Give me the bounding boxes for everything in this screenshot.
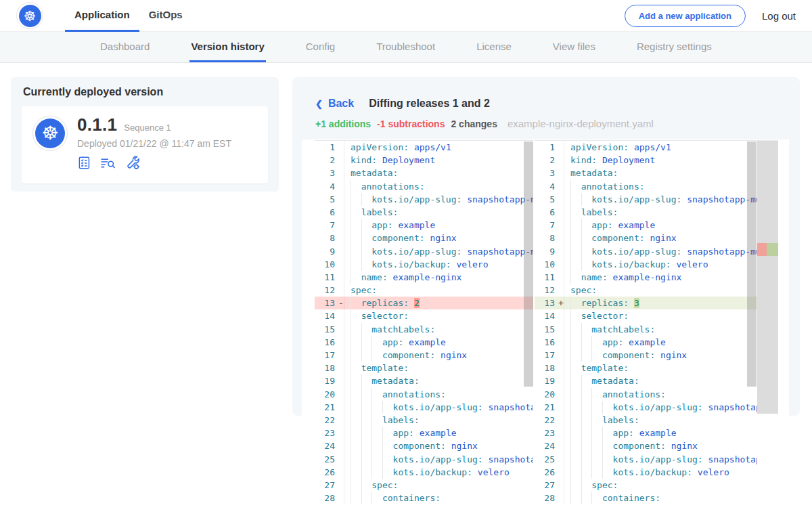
tab-gitops-label: GitOps (149, 9, 183, 20)
code-line-14: 14selector: (315, 309, 533, 322)
code-line-15: 15matchLabels: (315, 323, 533, 336)
code-line-6: 6labels: (535, 206, 757, 219)
wrench-gear-icon[interactable] (125, 155, 140, 170)
code-line-3: 3metadata: (535, 167, 757, 179)
code-line-5: 5kots.io/app-slug: snapshotapp-mu (535, 193, 757, 206)
code-line-20: 20annotations: (315, 388, 533, 401)
code-line-22: 22labels: (535, 414, 757, 427)
subnav-dashboard[interactable]: Dashboard (99, 32, 151, 62)
code-line-12: 12spec: (315, 284, 533, 297)
code-line-6: 6labels: (315, 206, 533, 219)
subnav-version-history[interactable]: Version history (189, 32, 265, 62)
version-actions (77, 155, 231, 170)
gutter-separator (564, 141, 564, 504)
code-line-10: 10kots.io/backup: velero (315, 258, 533, 271)
code-line-21: 21kots.io/app-slug: snapshotap (315, 401, 533, 414)
scrollbar-thumb-original[interactable] (524, 142, 533, 387)
subnav-view-files[interactable]: View files (551, 32, 597, 62)
ruler-addition-mark (767, 243, 778, 256)
diff-editor-original: 1apiVersion: apps/v12kind: Deployment3me… (315, 140, 533, 504)
diff-stats: +1 additions -1 subtractions 2 changes e… (315, 118, 800, 129)
code-line-24: 24component: nginx (535, 439, 757, 452)
kubernetes-logo[interactable]: ☸ (16, 2, 43, 29)
code-line-17: 17component: nginx (315, 349, 533, 362)
code-line-28: 28containers: (315, 492, 533, 504)
tab-application-label: Application (74, 9, 130, 20)
add-application-button[interactable]: Add a new application (625, 5, 746, 27)
code-line-4: 4annotations: (535, 180, 757, 193)
back-link[interactable]: ❮ Back (315, 98, 354, 110)
code-line-8: 8component: nginx (315, 232, 533, 244)
additions-count: +1 additions (315, 118, 371, 129)
code-line-5: 5kots.io/app-slug: snapshotapp-mu (315, 193, 533, 206)
logs-search-icon[interactable] (99, 156, 117, 170)
code-line-25: 25kots.io/app-slug: snapshotap (535, 453, 757, 466)
diff-editor-modified: 1apiVersion: apps/v12kind: Deployment3me… (535, 140, 778, 504)
back-label: Back (328, 98, 354, 110)
code-line-7: 7app: example (535, 219, 757, 232)
changes-count: 2 changes (451, 118, 497, 129)
subnav-license[interactable]: License (475, 32, 513, 62)
tab-gitops[interactable]: GitOps (139, 0, 192, 32)
code-line-26: 26kots.io/backup: velero (535, 466, 757, 479)
code-line-2: 2kind: Deployment (315, 154, 533, 167)
code-line-26: 26kots.io/backup: velero (315, 466, 533, 479)
code-line-18: 18template: (535, 362, 757, 374)
code-line-13: 13+replicas: 3 (535, 297, 757, 309)
code-lines-modified: 1apiVersion: apps/v12kind: Deployment3me… (535, 141, 757, 504)
code-line-19: 19metadata: (315, 374, 533, 387)
code-line-2: 2kind: Deployment (535, 154, 757, 167)
code-line-9: 9kots.io/app-slug: snapshotapp-mu (535, 245, 757, 258)
deployed-version-card: ☸ 0.1.1 Sequence 1 Deployed 01/21/22 @ 1… (22, 106, 268, 183)
subtractions-count: -1 subtractions (377, 118, 445, 129)
app-kubernetes-icon: ☸ (35, 118, 65, 148)
app-badge: ☸ (32, 116, 68, 151)
code-line-28: 28containers: (535, 492, 757, 504)
gutter-separator (344, 141, 344, 504)
subnav-config[interactable]: Config (304, 32, 336, 62)
scrollbar-thumb-modified[interactable] (747, 142, 757, 387)
kubernetes-logo-icon: ☸ (19, 5, 41, 27)
diff-title: Diffing releases 1 and 2 (369, 98, 490, 110)
code-line-25: 25kots.io/app-slug: snapshotap (315, 453, 533, 466)
code-line-18: 18template: (315, 362, 533, 374)
subnav-troubleshoot[interactable]: Troubleshoot (375, 32, 436, 62)
code-line-4: 4annotations: (315, 180, 533, 193)
code-line-16: 16app: example (535, 336, 757, 349)
ruler-deletion-mark (757, 243, 767, 256)
code-line-11: 11name: example-nginx (315, 271, 533, 284)
code-line-1: 1apiVersion: apps/v1 (315, 141, 533, 154)
diff-filename: example-nginx-deployment.yaml (508, 118, 654, 129)
code-line-23: 23app: example (535, 427, 757, 439)
code-line-12: 12spec: (535, 284, 757, 297)
version-number: 0.1.1 (77, 114, 117, 135)
code-line-13: 13-replicas: 2 (315, 297, 533, 309)
code-lines-original: 1apiVersion: apps/v12kind: Deployment3me… (315, 141, 533, 504)
code-line-14: 14selector: (535, 309, 757, 322)
deployed-timestamp: Deployed 01/21/22 @ 11:47 am EST (77, 138, 231, 149)
code-line-17: 17component: nginx (535, 349, 757, 362)
currently-deployed-card: Currently deployed version ☸ 0.1.1 Seque… (11, 77, 279, 192)
top-nav: ☸ Application GitOps Add a new applicati… (0, 0, 812, 32)
code-line-16: 16app: example (315, 336, 533, 349)
code-line-8: 8component: nginx (535, 232, 757, 244)
back-chevron-icon: ❮ (315, 99, 323, 109)
diff-overview-ruler (757, 141, 778, 414)
deployed-card-title: Currently deployed version (23, 86, 268, 98)
code-line-3: 3metadata: (315, 167, 533, 179)
code-line-11: 11name: example-nginx (535, 271, 757, 284)
code-line-15: 15matchLabels: (535, 323, 757, 336)
code-line-19: 19metadata: (535, 374, 757, 387)
code-line-27: 27spec: (315, 479, 533, 492)
preflight-checklist-icon[interactable] (77, 156, 91, 170)
subnav-registry-settings[interactable]: Registry settings (635, 32, 713, 62)
code-line-22: 22labels: (315, 414, 533, 427)
app-subnav: Dashboard Version history Config Trouble… (0, 32, 812, 63)
top-nav-tabs: Application GitOps (65, 0, 192, 32)
code-line-7: 7app: example (315, 219, 533, 232)
sequence-label: Sequence 1 (124, 123, 171, 133)
tab-application[interactable]: Application (65, 0, 139, 32)
logout-link[interactable]: Log out (762, 10, 796, 22)
code-line-27: 27spec: (535, 479, 757, 492)
code-line-24: 24component: nginx (315, 439, 533, 452)
